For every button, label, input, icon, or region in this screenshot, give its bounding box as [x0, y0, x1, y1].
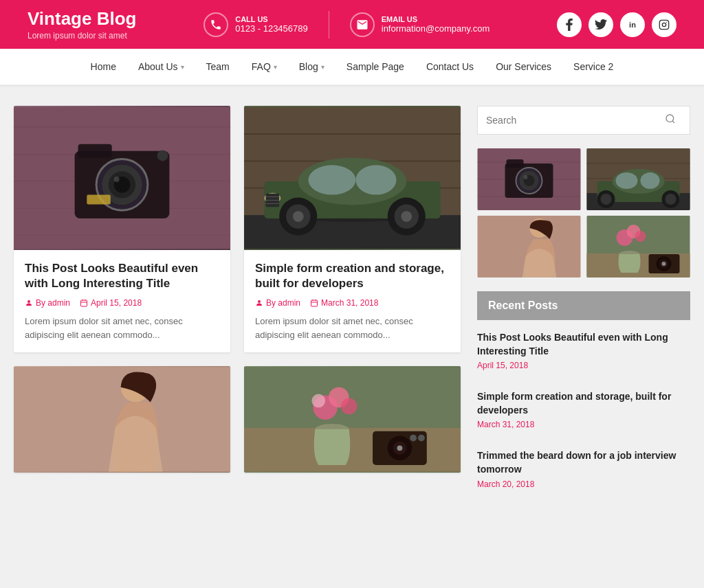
post-excerpt-1: Lorem ipsum dolor sit amet nec, consec a… [25, 315, 219, 341]
svg-rect-17 [87, 195, 110, 205]
thumb-1[interactable] [477, 148, 581, 210]
social-icons: in [557, 12, 676, 37]
recent-post-item-3: Trimmed the beard down for a job intervi… [477, 449, 690, 498]
chevron-down-icon: ▾ [321, 63, 324, 71]
logo: Vintage Blog Lorem ipsum dolor sit amet [28, 8, 136, 41]
svg-point-78 [524, 175, 528, 179]
linkedin-icon[interactable]: in [620, 12, 645, 37]
svg-point-34 [355, 165, 396, 194]
thumb-3[interactable] [477, 216, 581, 278]
svg-point-89 [601, 194, 612, 205]
post-body-2: Simple form creation and storage, built … [244, 250, 461, 352]
svg-rect-74 [507, 159, 524, 168]
nav-home[interactable]: Home [80, 49, 127, 84]
svg-point-64 [397, 446, 402, 451]
post-author-1: By admin [25, 298, 70, 308]
post-author-2: By admin [255, 298, 300, 308]
recent-post-title-2[interactable]: Simple form creation and storage, built … [477, 390, 690, 417]
post-card-3 [14, 366, 230, 473]
post-card-2: Simple form creation and storage, built … [244, 106, 461, 352]
nav-services[interactable]: Our Services [485, 49, 562, 84]
post-title-2[interactable]: Simple form creation and storage, built … [255, 261, 450, 291]
svg-point-46 [258, 300, 261, 303]
post-card-4 [244, 366, 461, 473]
post-body-1: This Post Looks Beautiful even with Long… [14, 250, 230, 352]
post-title-1[interactable]: This Post Looks Beautiful even with Long… [25, 261, 219, 291]
svg-point-67 [666, 115, 674, 122]
search-input[interactable] [486, 106, 659, 134]
email-icon [350, 12, 375, 37]
nav-sample[interactable]: Sample Page [336, 49, 415, 84]
thumb-2[interactable] [586, 148, 690, 210]
thumbnail-grid [477, 148, 690, 278]
svg-line-68 [672, 121, 674, 123]
post-image-car[interactable] [244, 106, 461, 250]
email-text: EMAIL US information@company.com [382, 15, 490, 34]
post-image-girl[interactable] [14, 366, 230, 473]
email-contact: EMAIL US information@company.com [350, 12, 490, 37]
search-box [477, 106, 690, 135]
recent-post-item-1: This Post Looks Beautiful even with Long… [477, 331, 690, 381]
nav-team[interactable]: Team [195, 49, 241, 84]
header-divider [329, 11, 329, 38]
svg-point-65 [410, 435, 417, 442]
svg-point-59 [341, 398, 358, 415]
instagram-icon[interactable] [652, 12, 676, 37]
svg-point-40 [401, 211, 412, 222]
recent-posts-list: This Post Looks Beautiful even with Long… [477, 331, 690, 499]
svg-point-19 [28, 300, 30, 303]
recent-posts-heading: Recent Posts [477, 291, 690, 320]
facebook-icon[interactable] [557, 12, 582, 37]
recent-post-item-2: Simple form creation and storage, built … [477, 390, 690, 440]
post-excerpt-2: Lorem ipsum dolor sit amet nec, consec a… [255, 315, 450, 341]
post-image-flower[interactable] [244, 366, 461, 473]
svg-rect-0 [659, 20, 668, 29]
nav-service2[interactable]: Service 2 [562, 49, 624, 84]
logo-subtitle: Lorem ipsum dolor sit amet [28, 31, 136, 41]
nav-blog[interactable]: Blog ▾ [288, 49, 336, 84]
post-date-2: March 31, 2018 [310, 298, 378, 308]
post-meta-2: By admin March 31, 2018 [255, 298, 450, 308]
svg-point-16 [114, 177, 120, 182]
phone-icon [204, 12, 228, 37]
contact-info: CALL US 0123 - 123456789 EMAIL US inform… [204, 11, 490, 38]
svg-point-37 [293, 211, 304, 222]
chevron-down-icon: ▾ [181, 63, 184, 71]
logo-title: Vintage Blog [28, 8, 136, 30]
svg-point-87 [641, 172, 660, 189]
phone-contact: CALL US 0123 - 123456789 [204, 12, 308, 37]
svg-point-91 [666, 194, 676, 205]
search-button[interactable] [659, 108, 681, 133]
post-date-1: April 15, 2018 [80, 298, 142, 308]
recent-post-title-1[interactable]: This Post Looks Beautiful even with Long… [477, 331, 690, 358]
recent-post-date-2: March 31, 2018 [477, 420, 690, 429]
top-header: Vintage Blog Lorem ipsum dolor sit amet … [0, 0, 704, 49]
nav-about[interactable]: About Us ▾ [127, 49, 195, 84]
thumb-4[interactable] [586, 216, 690, 278]
chevron-down-icon: ▾ [274, 63, 277, 71]
svg-point-60 [311, 394, 325, 408]
recent-post-title-3[interactable]: Trimmed the beard down for a job intervi… [477, 449, 690, 476]
svg-rect-20 [81, 300, 87, 306]
svg-point-2 [666, 21, 667, 22]
recent-post-date-1: April 15, 2018 [477, 361, 690, 370]
svg-point-1 [662, 23, 666, 26]
post-image-camera[interactable] [14, 106, 230, 250]
svg-point-103 [662, 262, 666, 266]
nav-bar: Home About Us ▾ Team FAQ ▾ Blog ▾ Sample… [0, 49, 704, 85]
nav-faq[interactable]: FAQ ▾ [241, 49, 288, 84]
sidebar: Recent Posts This Post Looks Beautiful e… [477, 106, 690, 508]
main-container: This Post Looks Beautiful even with Long… [0, 85, 704, 529]
post-cards-row-1: This Post Looks Beautiful even with Long… [14, 106, 461, 352]
twitter-icon[interactable] [588, 12, 613, 37]
svg-rect-10 [78, 144, 112, 158]
recent-post-date-3: March 20, 2018 [477, 479, 690, 489]
post-cards-row-2 [14, 366, 461, 473]
svg-point-86 [616, 172, 638, 189]
nav-contact[interactable]: Contact Us [415, 49, 485, 84]
post-card-1: This Post Looks Beautiful even with Long… [14, 106, 230, 352]
svg-rect-47 [311, 300, 318, 306]
svg-point-18 [157, 150, 168, 161]
svg-rect-55 [244, 428, 461, 472]
phone-text: CALL US 0123 - 123456789 [235, 15, 308, 34]
